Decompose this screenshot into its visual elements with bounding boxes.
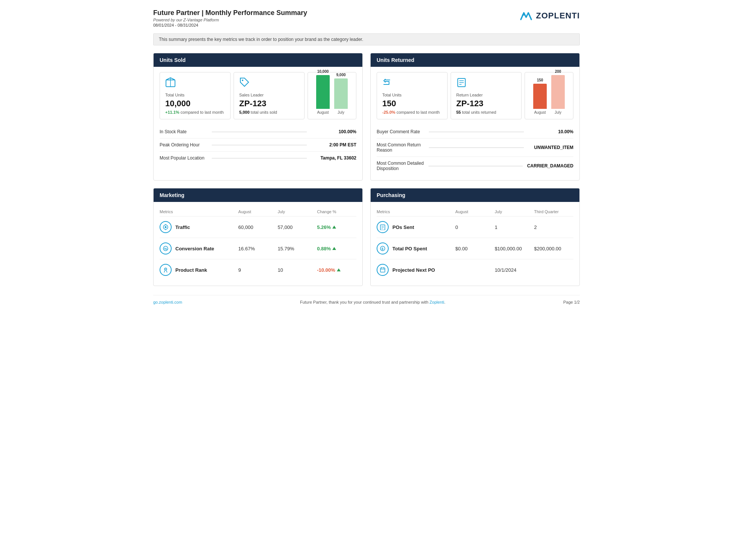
marketing-traffic-row: Traffic 60,000 57,000 5.26%: [160, 217, 356, 238]
pos-august: 0: [455, 224, 495, 230]
disposition-label: Most Common Detailed Disposition: [377, 161, 424, 171]
tag-icon: [239, 77, 299, 90]
conversion-icon: %: [160, 242, 172, 254]
arrow-up-icon: [332, 247, 336, 250]
bars: 10,000 August 9,000 July: [316, 77, 348, 114]
summary-banner: This summary presents the key metrics we…: [153, 33, 580, 45]
aug-bar-label-bottom: August: [317, 110, 329, 114]
arrow-up-icon: [332, 226, 336, 229]
jul-bar-label-top: 9,000: [336, 73, 345, 77]
units-sold-metrics-top: Total Units 10,000 +11.1% compared to la…: [160, 72, 356, 119]
traffic-name: Traffic: [175, 224, 190, 230]
units-returned-chart: 150 August 200 July: [525, 72, 573, 119]
return-reason-value: UNWANTED_ITEM: [528, 145, 573, 150]
footer-link[interactable]: go.zoplenti.com: [153, 300, 182, 304]
disposition-row: Most Common Detailed Disposition CARRIER…: [377, 157, 573, 175]
total-po-july: $100,000.00: [495, 246, 534, 251]
svg-line-17: [166, 271, 167, 272]
marketing-conversion-row: % Conversion Rate 16.67% 15.79% 0.88%: [160, 238, 356, 259]
in-stock-rate-row: In Stock Rate 100.00%: [160, 125, 356, 138]
units-returned-metrics-top: Total Units 150 -25.0% compared to last …: [377, 72, 573, 119]
pos-icon-name: POs Sent: [377, 221, 455, 233]
pos-name: POs Sent: [392, 224, 414, 230]
stat-divider: [428, 166, 523, 166]
aug-bar-label-top: 10,000: [317, 69, 329, 74]
footer-brand: Zoplenti: [430, 300, 444, 304]
purchasing-pos-row: POs Sent 0 1 2: [377, 217, 573, 238]
units-sold-card: Units Sold Total Units 10,000 +11.1% com…: [153, 53, 363, 181]
units-sold-body: Total Units 10,000 +11.1% compared to la…: [154, 67, 362, 170]
popular-location-label: Most Popular Location: [160, 155, 207, 161]
projected-po-icon: [377, 264, 389, 276]
return-aug-bar-label-top: 150: [537, 78, 543, 82]
footer-text-pre: Future Partner, thank you for your conti…: [300, 300, 430, 304]
sales-leader-box: Sales Leader ZP-123 5,000 total units so…: [234, 72, 305, 119]
stat-divider: [429, 132, 524, 132]
zoplenti-logo-icon: [519, 9, 533, 23]
units-returned-stats: Buyer Comment Rate 10.00% Most Common Re…: [377, 125, 573, 175]
svg-point-15: [165, 269, 166, 269]
return-aug-bar-wrap: 150 August: [533, 78, 547, 114]
return-aug-bar-label-bottom: August: [534, 110, 546, 114]
rank-august: 9: [238, 267, 278, 273]
marketing-col-august: August: [238, 209, 278, 214]
return-reason-label: Most Common Return Reason: [377, 142, 424, 153]
peak-ordering-value: 2:00 PM EST: [311, 142, 356, 148]
return-jul-bar-label-top: 200: [555, 69, 561, 74]
stat-divider: [429, 148, 524, 148]
peak-ordering-row: Peak Ordering Hour 2:00 PM EST: [160, 138, 356, 152]
rank-july: 10: [278, 267, 317, 273]
total-units-sold-label: Total Units: [165, 93, 225, 97]
sales-leader-sub: 5,000 total units sold: [239, 110, 299, 114]
return-leader-icon: [456, 77, 516, 90]
marketing-header: Marketing: [154, 188, 362, 202]
svg-text:$: $: [382, 247, 383, 251]
traffic-july: 57,000: [278, 224, 317, 230]
return-bars: 150 August 200 July: [533, 77, 565, 114]
return-jul-bar-label-bottom: July: [555, 110, 561, 114]
sales-leader-label: Sales Leader: [239, 93, 299, 97]
svg-text:%: %: [164, 247, 167, 251]
sales-leader-value: ZP-123: [239, 99, 299, 108]
return-leader-label: Return Leader: [456, 93, 516, 97]
page-footer: go.zoplenti.com Future Partner, thank yo…: [153, 295, 580, 304]
marketing-col-change: Change %: [317, 209, 356, 214]
traffic-august: 60,000: [238, 224, 278, 230]
units-returned-header: Units Returned: [371, 53, 579, 67]
aug-bar-wrap: 10,000 August: [316, 69, 330, 114]
stat-divider: [212, 158, 307, 158]
total-units-returned-value: 150: [382, 99, 442, 108]
return-jul-bar-wrap: 200 July: [551, 69, 565, 114]
total-po-third: $200,000.00: [534, 246, 573, 251]
marketing-card: Marketing Metrics August July Change % T…: [153, 188, 363, 286]
purchasing-projected-row: Projected Next PO 10/1/2024: [377, 259, 573, 280]
box-icon: [165, 77, 225, 90]
projected-icon-name: Projected Next PO: [377, 264, 455, 276]
purchasing-col-metrics: Metrics: [377, 209, 455, 214]
svg-point-9: [165, 226, 167, 228]
top-sections: Units Sold Total Units 10,000 +11.1% com…: [153, 53, 580, 181]
marketing-table-header: Metrics August July Change %: [160, 207, 356, 217]
rank-name: Product Rank: [175, 267, 207, 273]
svg-point-3: [242, 80, 243, 81]
rank-change: -10.00%: [317, 267, 356, 273]
popular-location-row: Most Popular Location Tampa, FL 33602: [160, 152, 356, 164]
projected-po-name: Projected Next PO: [392, 267, 435, 273]
purchasing-col-third: Third Quarter: [534, 209, 573, 214]
marketing-body: Metrics August July Change % Traffic 60,…: [154, 202, 362, 286]
page-title: Future Partner | Monthly Performance Sum…: [153, 9, 307, 17]
total-po-august: $0.00: [455, 246, 495, 251]
total-units-returned-sub: -25.0% compared to last month: [382, 110, 442, 114]
units-returned-body: Total Units 150 -25.0% compared to last …: [371, 67, 579, 180]
return-leader-box: Return Leader ZP-123 55 total units retu…: [451, 72, 522, 119]
jul-bar-label-bottom: July: [338, 110, 344, 114]
conversion-july: 15.79%: [278, 246, 317, 251]
buyer-comment-label: Buyer Comment Rate: [377, 129, 424, 134]
purchasing-card: Purchasing Metrics August July Third Qua…: [370, 188, 580, 286]
rank-icon: [160, 264, 172, 276]
pos-july: 1: [495, 224, 534, 230]
logo-text: ZOPLENTI: [536, 11, 580, 21]
svg-rect-24: [380, 268, 385, 272]
total-po-icon: $: [377, 242, 389, 254]
return-leader-value: ZP-123: [456, 99, 516, 108]
